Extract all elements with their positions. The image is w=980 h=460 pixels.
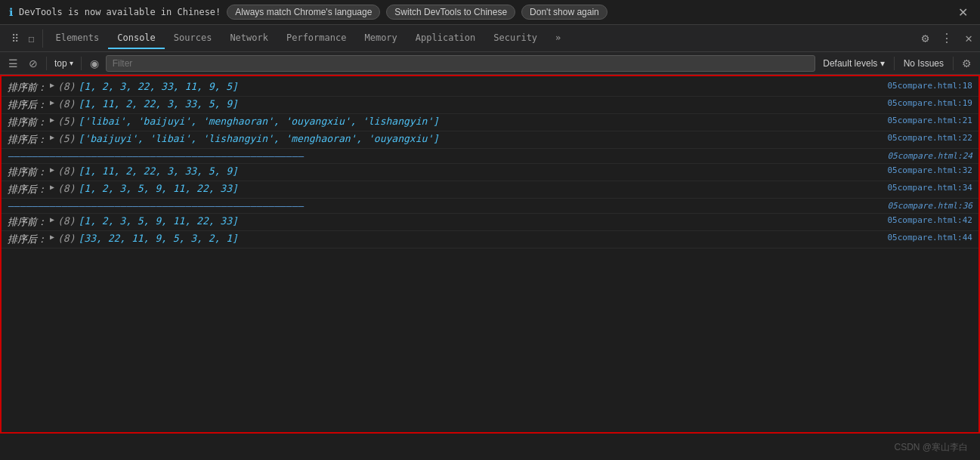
context-chevron-icon: ▾ <box>70 59 73 67</box>
row-count: (8) <box>57 98 75 110</box>
separator-row: ————————————————————————————————————————… <box>2 149 978 164</box>
tab-sources[interactable]: Sources <box>165 28 221 49</box>
row-label: 排序前： <box>8 81 47 94</box>
row-count: (8) <box>57 165 75 177</box>
console-row: 排序后： ▶ (8) [1, 11, 2, 22, 3, 33, 5, 9] 0… <box>2 97 978 114</box>
dont-show-again-button[interactable]: Don't show again <box>521 5 607 20</box>
row-count: (5) <box>57 116 75 127</box>
tab-console[interactable]: Console <box>108 28 165 49</box>
toolbar-divider <box>46 57 47 70</box>
tab-application[interactable]: Application <box>407 28 484 49</box>
tab-bar: ⠿ ☐ Elements Console Sources Network Per… <box>0 25 980 52</box>
console-output-wrapper: 排序前： ▶ (8) [1, 2, 3, 22, 33, 11, 9, 5] 0… <box>0 75 980 434</box>
mobile-icon[interactable]: ☐ <box>24 29 38 48</box>
row-source-link[interactable]: 05compare.html:19 <box>887 98 972 108</box>
notification-message: DevTools is now available in Chinese! <box>19 7 221 17</box>
tab-security[interactable]: Security <box>484 28 546 49</box>
console-output: 排序前： ▶ (8) [1, 2, 3, 22, 33, 11, 9, 5] 0… <box>0 75 980 434</box>
row-content: [1, 2, 3, 22, 33, 11, 9, 5] <box>79 81 888 92</box>
row-count: (8) <box>57 81 75 92</box>
console-row: 排序后： ▶ (8) [33, 22, 11, 9, 5, 3, 2, 1] 0… <box>2 231 978 249</box>
console-row: 排序前： ▶ (8) [1, 2, 3, 5, 9, 11, 22, 33] 0… <box>2 214 978 231</box>
always-match-button[interactable]: Always match Chrome's language <box>227 5 380 20</box>
row-count: (8) <box>57 183 75 194</box>
console-settings-button[interactable]: ⚙ <box>958 55 975 72</box>
row-content: ['libai', 'baijuyi', 'menghaoran', 'ouya… <box>79 116 888 127</box>
tab-elements[interactable]: Elements <box>46 28 108 49</box>
row-count: (5) <box>57 133 75 144</box>
row-source-link[interactable]: 05compare.html:21 <box>887 116 972 125</box>
row-source-link[interactable]: 05compare.html:34 <box>887 183 972 193</box>
row-label: 排序后： <box>8 133 47 147</box>
row-count: (8) <box>57 215 75 227</box>
console-toolbar: ☰ ⊘ top ▾ ◉ Default levels ▾ No Issues ⚙ <box>0 52 980 75</box>
separator-row: ————————————————————————————————————————… <box>2 199 978 214</box>
devtools-icons: ⠿ ☐ <box>3 29 43 48</box>
separator-source[interactable]: 05compare.html:36 <box>887 201 972 211</box>
row-content: ['baijuyi', 'libai', 'lishangyin', 'meng… <box>79 133 888 144</box>
row-source-link[interactable]: 05compare.html:44 <box>887 233 972 242</box>
info-icon: ℹ <box>9 6 13 18</box>
row-label: 排序前： <box>8 116 47 129</box>
row-content: [1, 11, 2, 22, 3, 33, 5, 9] <box>79 165 888 177</box>
separator-content: ————————————————————————————————————————… <box>8 150 887 162</box>
row-content: [1, 2, 3, 5, 9, 11, 22, 33] <box>79 215 888 227</box>
row-label: 排序后： <box>8 233 47 246</box>
context-label: top <box>54 58 67 69</box>
console-row: 排序前： ▶ (8) [1, 2, 3, 22, 33, 11, 9, 5] 0… <box>2 79 978 97</box>
notification-bar: ℹ DevTools is now available in Chinese! … <box>0 0 980 25</box>
row-count: (8) <box>57 233 75 244</box>
row-content: [1, 11, 2, 22, 3, 33, 5, 9] <box>79 98 888 110</box>
row-content: [33, 22, 11, 9, 5, 3, 2, 1] <box>79 233 888 244</box>
tab-bar-right: ⚙ ⋮ ✕ <box>917 28 977 48</box>
expand-arrow-icon[interactable]: ▶ <box>50 233 54 241</box>
separator-content: ————————————————————————————————————————… <box>8 200 887 211</box>
more-options-icon[interactable]: ⋮ <box>936 28 957 48</box>
toolbar-divider-4 <box>953 57 954 70</box>
devtools-close-icon[interactable]: ✕ <box>960 28 977 48</box>
tab-performance[interactable]: Performance <box>277 28 355 49</box>
row-label: 排序后： <box>8 183 47 196</box>
console-row: 排序后： ▶ (8) [1, 2, 3, 5, 9, 11, 22, 33] 0… <box>2 181 978 199</box>
row-source-link[interactable]: 05compare.html:42 <box>887 215 972 225</box>
expand-arrow-icon[interactable]: ▶ <box>50 165 54 174</box>
clear-console-button[interactable]: ⊘ <box>25 55 42 72</box>
row-content: [1, 2, 3, 5, 9, 11, 22, 33] <box>79 183 888 194</box>
toolbar-divider-3 <box>894 57 895 70</box>
filter-input[interactable] <box>106 55 816 72</box>
live-expressions-button[interactable]: ◉ <box>86 55 103 72</box>
context-selector[interactable]: top ▾ <box>51 57 76 70</box>
console-row: 排序前： ▶ (5) ['libai', 'baijuyi', 'menghao… <box>2 114 978 131</box>
row-source-link[interactable]: 05compare.html:32 <box>887 165 972 175</box>
row-label: 排序后： <box>8 98 47 112</box>
switch-devtools-button[interactable]: Switch DevTools to Chinese <box>386 5 515 20</box>
no-issues-button[interactable]: No Issues <box>899 57 948 70</box>
tab-network[interactable]: Network <box>221 28 277 49</box>
tab-more[interactable]: » <box>546 28 570 49</box>
watermark: CSDN @寒山李白 <box>894 441 968 454</box>
console-row: 排序后： ▶ (5) ['baijuyi', 'libai', 'lishang… <box>2 131 978 149</box>
tab-memory[interactable]: Memory <box>355 28 406 49</box>
settings-icon[interactable]: ⚙ <box>917 28 934 48</box>
expand-arrow-icon[interactable]: ▶ <box>50 116 54 124</box>
expand-arrow-icon[interactable]: ▶ <box>50 81 54 89</box>
toolbar-divider-2 <box>81 57 82 70</box>
expand-arrow-icon[interactable]: ▶ <box>50 183 54 191</box>
row-label: 排序前： <box>8 165 47 179</box>
row-label: 排序前： <box>8 215 47 229</box>
default-levels-button[interactable]: Default levels ▾ <box>818 57 889 70</box>
separator-source[interactable]: 05compare.html:24 <box>887 151 972 161</box>
toggle-sidebar-button[interactable]: ☰ <box>5 55 22 72</box>
row-source-link[interactable]: 05compare.html:22 <box>887 133 972 143</box>
expand-arrow-icon[interactable]: ▶ <box>50 98 54 107</box>
console-row: 排序前： ▶ (8) [1, 11, 2, 22, 3, 33, 5, 9] 0… <box>2 164 978 181</box>
row-source-link[interactable]: 05compare.html:18 <box>887 81 972 91</box>
notification-close-button[interactable]: ✕ <box>955 5 971 20</box>
dock-icon[interactable]: ⠿ <box>8 29 23 48</box>
expand-arrow-icon[interactable]: ▶ <box>50 215 54 224</box>
expand-arrow-icon[interactable]: ▶ <box>50 133 54 141</box>
